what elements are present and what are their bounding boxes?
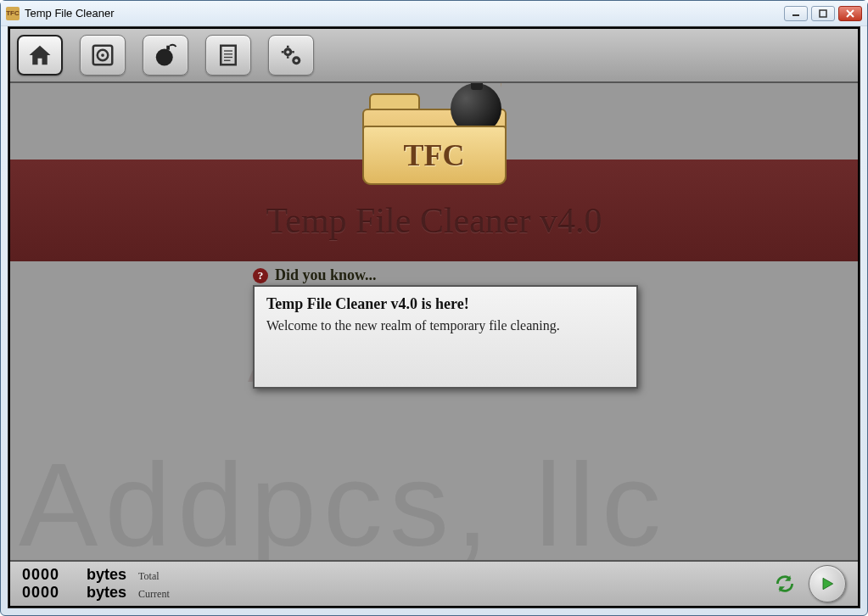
bomb-icon — [153, 42, 178, 68]
watermark-large: Addpcs, llc — [19, 436, 668, 560]
titlebar[interactable]: TFC Temp File Cleaner — [1, 1, 867, 26]
total-bytes-unit: bytes — [87, 566, 126, 584]
svg-rect-9 — [221, 46, 236, 65]
current-bytes-value: 0000 — [22, 584, 59, 602]
current-bytes-label: Current — [138, 588, 170, 601]
logs-tab[interactable] — [205, 35, 251, 76]
app-icon: TFC — [6, 7, 20, 20]
close-button[interactable] — [838, 6, 862, 21]
logo: TFC — [362, 83, 507, 185]
svg-point-15 — [286, 50, 289, 53]
home-icon — [27, 42, 53, 68]
play-button[interactable] — [809, 565, 846, 602]
did-you-know-label: ? Did you know... — [253, 266, 377, 284]
statusbar: 0000 bytes Total 0000 bytes Current — [10, 560, 858, 606]
did-you-know-panel: Temp File Cleaner v4.0 is here! Welcome … — [253, 285, 638, 389]
clean-tab[interactable] — [143, 35, 188, 76]
total-bytes-value: 0000 — [22, 566, 59, 584]
window-title: Temp File Cleaner — [25, 7, 784, 20]
play-icon — [819, 575, 836, 592]
drives-tab[interactable] — [80, 35, 126, 76]
gears-icon — [278, 42, 304, 68]
toolbar — [10, 29, 858, 83]
did-you-know-label-text: Did you know... — [275, 266, 377, 284]
svg-point-17 — [294, 59, 298, 62]
main-panel: ADDPCS, LLC Addpcs, llc TFC Temp File Cl… — [10, 83, 858, 560]
svg-rect-1 — [820, 10, 826, 17]
home-tab[interactable] — [17, 35, 63, 76]
svg-rect-8 — [166, 46, 170, 50]
refresh-button[interactable] — [771, 570, 798, 597]
app-window: TFC Temp File Cleaner — [0, 0, 868, 616]
document-icon — [216, 42, 241, 68]
did-you-know-body: Welcome to the new realm of temporary fi… — [266, 318, 624, 333]
logo-label: TFC — [404, 137, 465, 173]
maximize-button[interactable] — [811, 6, 835, 21]
svg-point-7 — [156, 49, 173, 66]
question-icon: ? — [253, 268, 268, 283]
drive-icon — [90, 42, 115, 68]
total-bytes-label: Total — [138, 570, 160, 583]
refresh-icon — [774, 573, 796, 595]
app-title: Temp File Cleaner v4.0 — [10, 200, 858, 241]
svg-point-6 — [101, 53, 104, 57]
minimize-button[interactable] — [784, 6, 808, 21]
settings-tab[interactable] — [268, 35, 314, 76]
current-bytes-unit: bytes — [87, 584, 126, 602]
did-you-know-heading: Temp File Cleaner v4.0 is here! — [266, 295, 624, 313]
